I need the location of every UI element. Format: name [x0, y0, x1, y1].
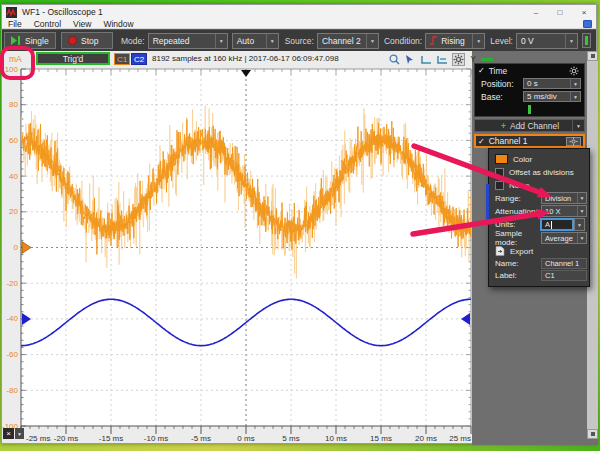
- label-label: Label:: [495, 271, 517, 280]
- x-tick-label: -15 ms: [99, 434, 123, 443]
- workspace-icon[interactable]: [583, 20, 592, 28]
- y-axis-unit-label: mA: [9, 54, 22, 64]
- condition-dropdown[interactable]: Rising ▼: [425, 33, 485, 49]
- horizontal-measure-icon[interactable]: [420, 53, 433, 66]
- accent-bar: [486, 184, 489, 223]
- color-label: Color: [513, 155, 532, 164]
- acquisition-status-indicator: [582, 33, 591, 48]
- menu-item-file[interactable]: File: [8, 19, 22, 29]
- level-combo[interactable]: 0 V▼: [516, 33, 578, 49]
- scrollbar-up-button[interactable]: [587, 51, 598, 61]
- single-button[interactable]: Single: [4, 32, 56, 49]
- y-axis-button[interactable]: Y: [468, 54, 478, 64]
- label-value[interactable]: C1: [541, 270, 587, 281]
- time-run-indicator: [475, 105, 584, 114]
- noise-row[interactable]: Noise: [489, 179, 589, 191]
- app-logo-icon: [6, 7, 17, 18]
- position-label: Position:: [481, 79, 514, 89]
- x-tick-label: -5 ms: [191, 434, 211, 443]
- offset-as-divisions-row[interactable]: Offset as divisions: [489, 166, 589, 178]
- close-button[interactable]: ×: [572, 5, 596, 19]
- x-tick-label: 10 ms: [325, 434, 347, 443]
- chevron-down-icon: ▼: [472, 34, 484, 48]
- channel1-gear-icon[interactable]: [566, 137, 581, 146]
- chevron-down-icon: ▼: [215, 34, 227, 48]
- channel1-badge[interactable]: C1: [114, 53, 130, 65]
- x-tick-label: -25 ms: [26, 434, 50, 443]
- minimize-button[interactable]: –: [524, 5, 548, 19]
- source-dropdown[interactable]: Channel 2▼: [317, 33, 379, 49]
- y-tick-label: -40: [6, 314, 18, 323]
- main-toolbar: Single Stop Mode: Repeated▼ Auto▼ Source…: [2, 29, 596, 51]
- settings-sidebar: ✓ Time Position: 0 s ▼ Base: 5: [472, 51, 598, 445]
- y-tick-label: -60: [6, 350, 18, 359]
- mode-dropdown[interactable]: Repeated▼: [148, 33, 228, 49]
- sample-mode-label: Sample mode:: [495, 229, 541, 247]
- x-tick-label: 0 ms: [237, 434, 254, 443]
- channel1-settings-popup: Color Offset as divisions Noise Range: D…: [488, 148, 590, 287]
- x-tick-label: 5 ms: [282, 434, 299, 443]
- rising-edge-icon: [430, 36, 438, 45]
- stop-icon: [68, 36, 77, 45]
- zoom-tool-icon[interactable]: [388, 53, 401, 66]
- app-window: WF1 - Oscilloscope 1 – □ × FileControlVi…: [1, 4, 597, 444]
- sample-info-text: 8192 samples at 160 kHz | 2017-06-17 06:…: [152, 54, 339, 63]
- menu-item-view[interactable]: View: [73, 19, 91, 29]
- base-combo[interactable]: 5 ms/div ▼: [523, 91, 581, 102]
- y-tick-label: 40: [9, 172, 18, 181]
- channel-color-swatch[interactable]: [495, 154, 508, 164]
- title-bar[interactable]: WF1 - Oscilloscope 1 – □ ×: [2, 5, 596, 19]
- name-value[interactable]: Channel 1: [541, 258, 587, 269]
- y-tick-label: 20: [9, 207, 18, 216]
- y-tick-label: -20: [6, 279, 18, 288]
- color-row[interactable]: Color: [489, 153, 589, 165]
- source-label: Source:: [285, 36, 314, 46]
- plot-tool-icons: Y: [388, 52, 493, 66]
- offset-as-divisions-checkbox[interactable]: [495, 168, 504, 177]
- x-tick-label: 15 ms: [370, 434, 392, 443]
- y-tick-label: 80: [9, 100, 18, 109]
- time-panel-title: Time: [489, 66, 508, 76]
- collapse-indicator[interactable]: [481, 58, 493, 61]
- position-combo[interactable]: 0 s ▼: [523, 78, 581, 89]
- maximize-button[interactable]: □: [548, 5, 572, 19]
- oscilloscope-plot[interactable]: -100-80-60-40-20020406080100-25 ms-20 ms…: [2, 67, 472, 445]
- x-axis-close-button[interactable]: ×: [3, 428, 14, 439]
- sample-mode-dropdown[interactable]: Average ▼: [541, 232, 587, 244]
- time-panel: ✓ Time Position: 0 s ▼ Base: 5: [474, 63, 585, 117]
- stop-button[interactable]: Stop: [61, 32, 113, 49]
- auto-dropdown[interactable]: Auto▼: [232, 33, 279, 49]
- units-label: Units:: [495, 220, 515, 229]
- trigger-status-badge: Trig'd: [36, 52, 110, 65]
- attenuation-dropdown[interactable]: 10 X ▼: [541, 205, 587, 217]
- chevron-down-icon: ▼: [366, 34, 378, 48]
- chevron-down-icon: ▼: [577, 193, 586, 203]
- x-tick-label: 25 ms: [449, 434, 471, 443]
- time-gear-icon[interactable]: [566, 66, 581, 75]
- chevron-down-icon: ▼: [266, 34, 278, 48]
- channel1-checkbox[interactable]: ✓: [478, 137, 485, 146]
- menu-bar: FileControlViewWindow: [2, 19, 596, 29]
- range-dropdown[interactable]: Division ▼: [541, 192, 587, 204]
- units-input[interactable]: A ▼: [540, 218, 574, 231]
- name-label: Name:: [495, 259, 519, 268]
- channel2-badge[interactable]: C2: [131, 53, 147, 65]
- channel1-panel-header[interactable]: ✓ Channel 1: [474, 134, 585, 148]
- menu-item-control[interactable]: Control: [34, 19, 61, 29]
- channel1-title: Channel 1: [489, 136, 528, 146]
- y-tick-label: 60: [9, 136, 18, 145]
- noise-checkbox[interactable]: [495, 181, 504, 190]
- time-checkbox[interactable]: ✓: [478, 66, 485, 75]
- scrollbar-down-button[interactable]: [587, 429, 598, 439]
- range-label: Range:: [495, 194, 521, 203]
- chevron-down-icon: ▼: [565, 34, 577, 48]
- add-channel-button[interactable]: + Add Channel ▼: [474, 119, 585, 132]
- x-axis-options-icon[interactable]: ▼: [15, 428, 24, 439]
- y-tick-label: 100: [5, 67, 19, 74]
- chevron-down-icon[interactable]: ▼: [574, 218, 585, 231]
- cursor-tool-icon[interactable]: [404, 53, 417, 66]
- menu-item-window[interactable]: Window: [103, 19, 133, 29]
- plot-settings-gear-icon[interactable]: [452, 53, 465, 66]
- y-tick-label: 0: [14, 243, 19, 252]
- vertical-measure-icon[interactable]: [436, 53, 449, 66]
